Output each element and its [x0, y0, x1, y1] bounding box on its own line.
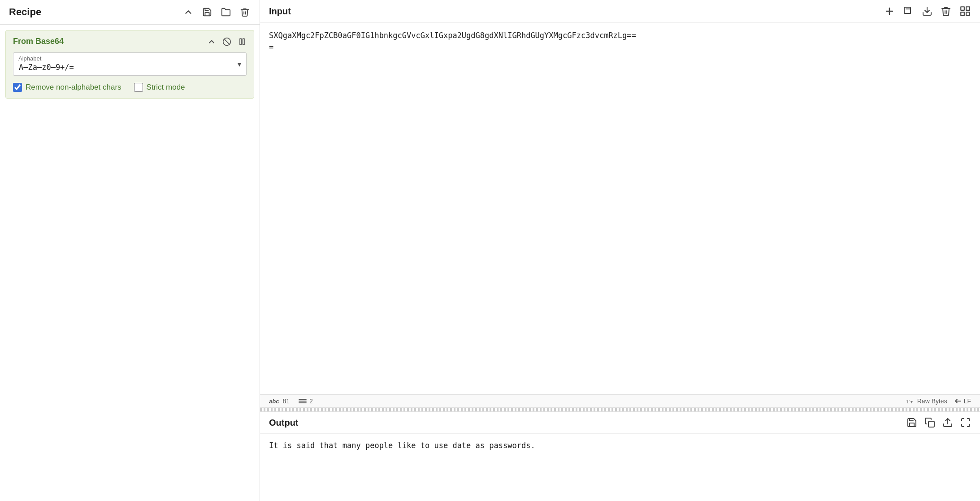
line-count: 2 — [309, 397, 313, 405]
grid-icon — [959, 5, 971, 17]
strict-mode-label: Strict mode — [147, 83, 185, 92]
operation-title: From Base64 — [13, 37, 64, 46]
lines-icon — [299, 398, 307, 404]
recipe-header-icons — [182, 6, 251, 18]
output-fullscreen-button[interactable] — [960, 417, 971, 428]
status-right: T т Raw Bytes LF — [906, 397, 971, 405]
line-ending-label: LF — [954, 397, 971, 405]
input-header-icons — [884, 5, 971, 17]
recipe-delete-button[interactable] — [239, 6, 251, 18]
input-textarea[interactable]: SXQgaXMgc2FpZCB0aGF0IG1hbnkgcGVvcGxlIGxp… — [260, 23, 980, 394]
svg-rect-2 — [240, 39, 241, 44]
copy-window-icon — [903, 6, 914, 17]
right-panel: Input — [260, 0, 980, 501]
input-header: Input — [260, 0, 980, 23]
output-section: Output — [260, 411, 980, 501]
char-count: 81 — [282, 397, 290, 405]
strict-mode-checkbox-item[interactable]: Strict mode — [134, 83, 185, 92]
remove-non-alphabet-checkbox[interactable] — [13, 83, 22, 92]
svg-rect-11 — [966, 12, 970, 16]
operation-pause-button[interactable] — [238, 37, 247, 46]
alphabet-label: Alphabet — [18, 55, 41, 62]
input-layout-button[interactable] — [959, 5, 971, 17]
svg-line-1 — [224, 39, 230, 44]
arrow-left-icon — [954, 397, 962, 405]
trash-icon — [941, 6, 951, 17]
recipe-save-button[interactable] — [201, 6, 213, 18]
output-title: Output — [269, 418, 299, 428]
Tt-icon: T т — [906, 397, 915, 405]
svg-text:T: T — [906, 398, 910, 405]
line-count-item: 2 — [299, 397, 313, 405]
ban-icon — [222, 37, 231, 46]
svg-rect-8 — [961, 7, 964, 10]
char-count-item: abc 81 — [269, 397, 290, 405]
alphabet-field: Alphabet A–Za–z0–9+/= ▾ — [13, 52, 247, 76]
operation-collapse-button[interactable] — [207, 37, 216, 46]
remove-non-alphabet-label: Remove non-alphabet chars — [26, 83, 121, 92]
export-icon — [942, 417, 953, 428]
output-header: Output — [260, 412, 980, 434]
recipe-open-button[interactable] — [220, 6, 232, 18]
save-icon — [906, 417, 917, 428]
svg-rect-9 — [966, 7, 970, 10]
plus-icon — [884, 6, 895, 17]
svg-rect-3 — [243, 39, 244, 44]
operation-header-icons — [207, 37, 247, 46]
recipe-title: Recipe — [9, 6, 182, 18]
input-status-bar: abc 81 2 T т — [260, 394, 980, 407]
operation-disable-button[interactable] — [222, 37, 231, 46]
fullscreen-icon — [960, 417, 971, 428]
output-save-button[interactable] — [906, 417, 917, 428]
svg-rect-18 — [928, 421, 934, 427]
copy-icon — [924, 417, 935, 428]
status-left: abc 81 2 — [269, 397, 313, 405]
import-icon — [922, 6, 932, 17]
operation-header: From Base64 — [13, 37, 247, 46]
chevron-up-icon — [183, 7, 193, 17]
encoding-label: T т Raw Bytes — [906, 397, 947, 405]
input-copy-window-button[interactable] — [903, 6, 914, 17]
recipe-collapse-button[interactable] — [182, 6, 194, 18]
input-section: Input — [260, 0, 980, 408]
input-import-button[interactable] — [922, 6, 932, 17]
pause-icon — [238, 37, 247, 46]
panel-divider[interactable] — [260, 408, 980, 411]
recipe-header: Recipe — [0, 0, 260, 25]
abc-icon: abc — [269, 398, 279, 405]
folder-icon — [221, 7, 231, 17]
output-export-button[interactable] — [942, 417, 953, 428]
chevron-up-icon — [207, 37, 216, 46]
output-header-icons — [906, 417, 971, 428]
strict-mode-checkbox[interactable] — [134, 83, 143, 92]
checkboxes-row: Remove non-alphabet chars Strict mode — [13, 83, 247, 92]
alphabet-select[interactable]: A–Za–z0–9+/= — [13, 52, 247, 76]
svg-rect-6 — [904, 7, 911, 13]
input-title: Input — [269, 6, 291, 17]
input-delete-button[interactable] — [941, 6, 951, 17]
operation-card: From Base64 — [5, 30, 254, 99]
output-textarea[interactable]: It is said that many people like to use … — [260, 434, 980, 501]
svg-text:т: т — [911, 399, 913, 404]
svg-rect-10 — [961, 12, 964, 16]
save-icon — [202, 7, 212, 17]
input-add-button[interactable] — [884, 6, 895, 17]
remove-non-alphabet-checkbox-item[interactable]: Remove non-alphabet chars — [13, 83, 121, 92]
trash-icon — [240, 7, 250, 17]
output-copy-button[interactable] — [924, 417, 935, 428]
left-panel: Recipe — [0, 0, 260, 501]
